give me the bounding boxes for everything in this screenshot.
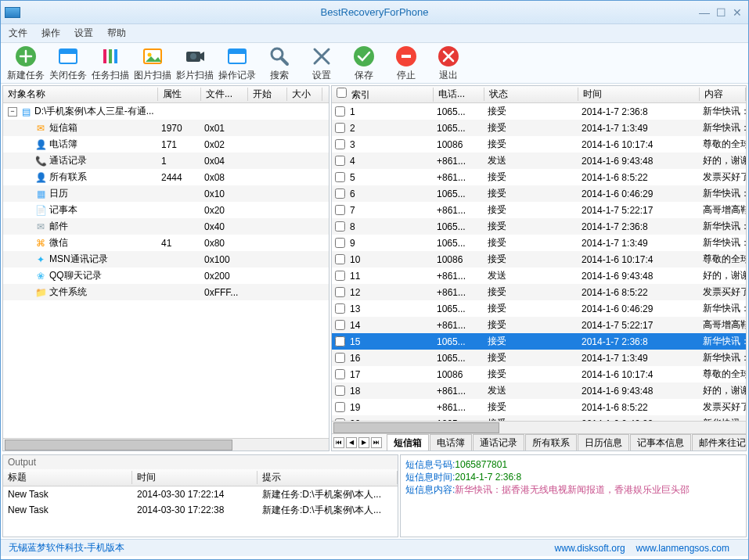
msg-row[interactable]: 14+861...接受2014-1-7 5:22:17高哥增高鞋马 — [332, 317, 746, 333]
msg-row[interactable]: 4+861...发送2014-1-6 9:43:48好的，谢谢 — [332, 153, 746, 169]
msg-checkbox[interactable] — [335, 402, 345, 412]
msg-row[interactable]: 151065...接受2014-1-7 2:36:8新华快讯：据 — [332, 333, 746, 350]
close-task-button[interactable]: 关闭任务 — [48, 44, 88, 82]
msg-header-4[interactable]: 内容 — [700, 88, 746, 101]
tab-0[interactable]: 短信箱 — [387, 434, 429, 451]
msg-checkbox[interactable] — [335, 386, 345, 396]
menu-3[interactable]: 帮助 — [107, 27, 126, 40]
tree-header-4[interactable]: 大小 — [287, 88, 322, 101]
tree-header-1[interactable]: 属性 — [158, 88, 201, 101]
msg-row[interactable]: 1010086接受2014-1-6 10:17:4尊敬的全球通 — [332, 251, 746, 267]
output-header-1[interactable]: 时间 — [132, 471, 257, 484]
msg-checkbox[interactable] — [335, 238, 345, 248]
task-scan-button[interactable]: 任务扫描 — [90, 44, 131, 82]
tree-header-0[interactable]: 对象名称 — [3, 88, 158, 101]
tab-nav-prev-icon[interactable]: ◀ — [346, 437, 357, 448]
menu-1[interactable]: 操作 — [41, 27, 60, 40]
stop-button[interactable]: 停止 — [386, 44, 427, 82]
object-tree[interactable]: −▤D:\手机案例\本人三星-有通...✉短信箱19700x01👤电话簿1710… — [3, 103, 329, 438]
status-link-2[interactable]: www.lanmengsos.com — [636, 543, 729, 554]
tree-row[interactable]: ✦MSN通讯记录0x100 — [3, 251, 329, 267]
msg-checkbox[interactable] — [335, 303, 345, 314]
msg-checkbox[interactable] — [335, 156, 345, 166]
tab-nav-last-icon[interactable]: ⏭ — [371, 437, 382, 448]
msg-checkbox[interactable] — [335, 336, 345, 346]
msg-header-2[interactable]: 状态 — [484, 88, 578, 101]
tab-nav-next-icon[interactable]: ▶ — [358, 437, 369, 448]
msg-row[interactable]: 161065...接受2014-1-7 1:3:49新华快讯：省 — [332, 350, 746, 366]
tab-4[interactable]: 日历信息 — [578, 434, 629, 451]
tab-3[interactable]: 所有联系 — [525, 434, 577, 451]
msg-hscroll[interactable] — [332, 421, 746, 433]
msg-checkbox[interactable] — [335, 188, 345, 199]
msg-checkbox[interactable] — [335, 320, 345, 330]
msg-checkbox[interactable] — [335, 287, 345, 297]
msg-checkbox[interactable] — [335, 106, 345, 117]
msg-row[interactable]: 81065...接受2014-1-7 2:36:8新华快讯：据 — [332, 218, 746, 235]
output-header-0[interactable]: 标题 — [3, 471, 132, 484]
msg-checkbox[interactable] — [335, 139, 345, 149]
search-button[interactable]: 搜索 — [259, 44, 300, 82]
tree-row[interactable]: ✉邮件0x40 — [3, 218, 329, 235]
menu-2[interactable]: 设置 — [74, 27, 93, 40]
msg-checkbox[interactable] — [335, 123, 345, 133]
tree-row[interactable]: ❀QQ聊天记录0x200 — [3, 267, 329, 284]
close-button[interactable]: ✕ — [733, 6, 742, 19]
msg-header-1[interactable]: 电话... — [434, 88, 484, 101]
msg-header-0[interactable]: 索引 — [332, 88, 434, 102]
tree-header-3[interactable]: 开始 — [248, 88, 287, 101]
output-row[interactable]: New Task2014-03-30 17:22:38新建任务:D:\手机案例\… — [3, 502, 398, 518]
settings-button[interactable]: 设置 — [301, 44, 342, 82]
msg-row[interactable]: 5+861...接受2014-1-6 8:5:22发票买好了， — [332, 169, 746, 185]
output-header-2[interactable]: 提示 — [257, 471, 398, 484]
msg-checkbox[interactable] — [335, 221, 345, 232]
tree-hscroll[interactable] — [3, 438, 329, 451]
msg-checkbox[interactable] — [335, 271, 345, 281]
msg-row[interactable]: 91065...接受2014-1-7 1:3:49新华快讯：省 — [332, 235, 746, 251]
tab-6[interactable]: 邮件来往记录 — [692, 434, 746, 451]
tree-row[interactable]: −▤D:\手机案例\本人三星-有通... — [3, 103, 329, 120]
tree-row[interactable]: ✉短信箱19700x01 — [3, 120, 329, 136]
msg-checkbox[interactable] — [335, 353, 345, 363]
msg-checkbox[interactable] — [335, 172, 345, 182]
tree-row[interactable]: 📞通话记录10x04 — [3, 153, 329, 169]
msg-row[interactable]: 12+861...接受2014-1-6 8:5:22发票买好了， — [332, 284, 746, 300]
status-link-1[interactable]: www.disksoft.org — [555, 543, 625, 554]
msg-row[interactable]: 61065...接受2014-1-6 0:46:29新华快讯：宁 — [332, 185, 746, 202]
msg-row[interactable]: 310086接受2014-1-6 10:17:4尊敬的全球通 — [332, 136, 746, 153]
op-log-button[interactable]: 操作记录 — [217, 44, 257, 82]
msg-row[interactable]: 11+861...发送2014-1-6 9:43:48好的，谢谢 — [332, 267, 746, 284]
tree-row[interactable]: ▦日历0x10 — [3, 185, 329, 202]
tree-row[interactable]: ⌘微信410x80 — [3, 235, 329, 251]
msg-checkbox[interactable] — [335, 369, 345, 379]
msg-row[interactable]: 7+861...接受2014-1-7 5:22:17高哥增高鞋马 — [332, 202, 746, 218]
tree-row[interactable]: 📁文件系统0xFFF... — [3, 284, 329, 300]
minimize-button[interactable]: — — [699, 6, 710, 19]
msg-checkbox[interactable] — [335, 254, 345, 264]
msg-row[interactable]: 201065...接受2014-1-6 0:46:29新华快讯：宁 — [332, 415, 746, 421]
select-all-checkbox[interactable] — [337, 88, 347, 98]
msg-header-3[interactable]: 时间 — [578, 88, 700, 101]
tab-nav-first-icon[interactable]: ⏮ — [333, 437, 344, 448]
tree-row[interactable]: 👤电话簿1710x02 — [3, 136, 329, 153]
menu-0[interactable]: 文件 — [9, 27, 27, 40]
output-row[interactable]: New Task2014-03-30 17:22:14新建任务:D:\手机案例\… — [3, 486, 398, 502]
msg-row[interactable]: 18+861...发送2014-1-6 9:43:48好的，谢谢 — [332, 382, 746, 399]
msg-row[interactable]: 21065...接受2014-1-7 1:3:49新华快讯：省 — [332, 120, 746, 136]
tab-1[interactable]: 电话簿 — [430, 434, 472, 451]
tree-toggle-icon[interactable]: − — [8, 107, 17, 117]
new-task-button[interactable]: 新建任务 — [5, 44, 46, 82]
msg-row[interactable]: 19+861...接受2014-1-6 8:5:22发票买好了， — [332, 399, 746, 415]
maximize-button[interactable]: ☐ — [716, 6, 726, 19]
msg-row[interactable]: 131065...接受2014-1-6 0:46:29新华快讯：宁 — [332, 300, 746, 317]
output-list[interactable]: New Task2014-03-30 17:22:14新建任务:D:\手机案例\… — [3, 486, 398, 537]
msg-row[interactable]: 11065...接受2014-1-7 2:36:8新华快讯：据 — [332, 103, 746, 120]
tree-header-2[interactable]: 文件... — [201, 88, 248, 101]
tree-row[interactable]: 📄记事本0x20 — [3, 202, 329, 218]
msg-row[interactable]: 1710086接受2014-1-6 10:17:4尊敬的全球通 — [332, 366, 746, 382]
image-scan-button[interactable]: 图片扫描 — [132, 44, 173, 82]
msg-checkbox[interactable] — [335, 205, 345, 215]
exit-button[interactable]: 退出 — [428, 44, 469, 82]
message-list[interactable]: 11065...接受2014-1-7 2:36:8新华快讯：据21065...接… — [332, 103, 746, 421]
tab-5[interactable]: 记事本信息 — [630, 434, 691, 451]
